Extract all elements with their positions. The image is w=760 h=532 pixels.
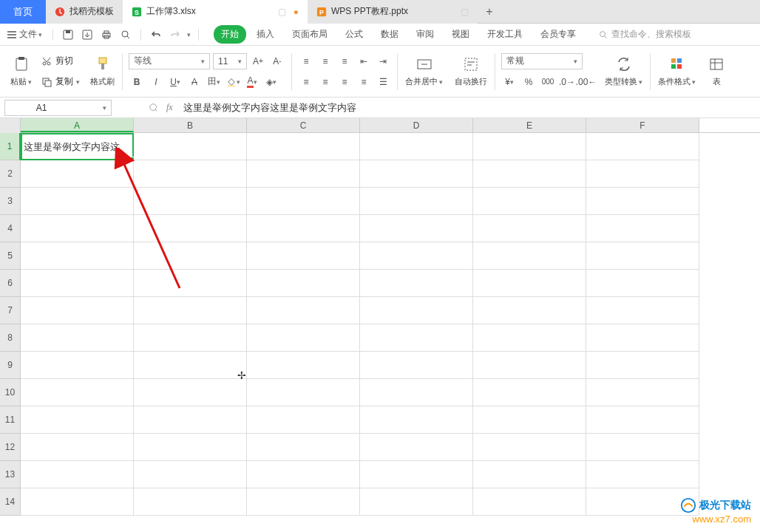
cell[interactable] — [586, 133, 699, 160]
cell[interactable] — [360, 297, 473, 324]
align-middle-button[interactable]: ≡ — [317, 53, 333, 69]
row-header[interactable]: 3 — [0, 188, 21, 215]
cell-A1[interactable]: 这里是举例文字内容这 — [21, 133, 134, 160]
cell[interactable] — [247, 406, 360, 434]
cell[interactable] — [21, 352, 134, 379]
menu-start[interactable]: 开始 — [214, 25, 246, 44]
cell[interactable] — [360, 160, 473, 188]
menu-review[interactable]: 审阅 — [409, 25, 441, 44]
tab-home[interactable]: 首页 — [0, 0, 46, 24]
saveas-button[interactable] — [80, 27, 95, 42]
align-left-button[interactable]: ≡ — [298, 74, 314, 90]
chevron-down-icon[interactable]: ▾ — [28, 78, 32, 86]
cell[interactable] — [473, 406, 586, 434]
tab-templates[interactable]: 找稻壳模板 — [46, 0, 123, 24]
cell[interactable] — [247, 379, 360, 406]
cell[interactable] — [134, 160, 247, 188]
cell[interactable] — [360, 188, 473, 215]
cell[interactable] — [134, 133, 247, 160]
number-format-combo[interactable]: 常规▾ — [501, 53, 583, 69]
cell[interactable] — [586, 434, 699, 461]
cell[interactable] — [247, 461, 360, 488]
cell[interactable] — [21, 242, 134, 270]
cell[interactable] — [21, 160, 134, 188]
row-header[interactable]: 6 — [0, 270, 21, 297]
print-button[interactable] — [99, 27, 114, 42]
cut-label[interactable]: 剪切 — [55, 55, 73, 67]
cell[interactable] — [586, 379, 699, 406]
cell[interactable] — [360, 324, 473, 352]
cell[interactable] — [586, 324, 699, 352]
cell[interactable] — [586, 188, 699, 215]
col-header-B[interactable]: B — [134, 118, 247, 132]
cell[interactable] — [586, 461, 699, 488]
row-header[interactable]: 4 — [0, 215, 21, 242]
cell[interactable] — [247, 270, 360, 297]
italic-button[interactable]: I — [148, 74, 164, 90]
cell[interactable] — [473, 160, 586, 188]
cell[interactable] — [586, 242, 699, 270]
cell[interactable] — [21, 406, 134, 434]
cell[interactable] — [473, 242, 586, 270]
cell[interactable] — [360, 461, 473, 488]
strike-button[interactable]: A — [186, 74, 203, 90]
cell[interactable] — [360, 352, 473, 379]
cell[interactable] — [360, 133, 473, 160]
cell[interactable] — [473, 461, 586, 488]
cell[interactable] — [473, 297, 586, 324]
cell[interactable] — [134, 242, 247, 270]
row-header[interactable]: 5 — [0, 242, 21, 270]
cell[interactable] — [134, 215, 247, 242]
font-size-combo[interactable]: 11▾ — [213, 53, 247, 69]
cell[interactable] — [473, 488, 586, 516]
cell[interactable] — [134, 461, 247, 488]
fmtpainter-label[interactable]: 格式刷 — [90, 76, 115, 87]
cell[interactable] — [134, 434, 247, 461]
fx-icon[interactable]: fx — [166, 102, 173, 113]
row-header[interactable]: 7 — [0, 297, 21, 324]
cell[interactable] — [473, 215, 586, 242]
cell[interactable] — [134, 352, 247, 379]
chevron-down-icon[interactable]: ▾ — [76, 78, 80, 86]
cast-icon-2[interactable]: ▢ — [461, 7, 469, 17]
row-header[interactable]: 12 — [0, 434, 21, 461]
tab-pptdoc[interactable]: P WPS PPT教程.pptx ▢ — [308, 0, 478, 24]
menu-layout[interactable]: 页面布局 — [285, 25, 335, 44]
inc-decimal-button[interactable]: .0→ — [559, 74, 575, 90]
indent-inc-button[interactable]: ⇥ — [375, 53, 391, 69]
cell[interactable] — [247, 488, 360, 516]
row-header[interactable]: 9 — [0, 352, 21, 379]
undo-button[interactable] — [149, 27, 163, 42]
row-header[interactable]: 8 — [0, 324, 21, 352]
cancel-icon[interactable] — [149, 103, 159, 113]
chevron-down-icon[interactable]: ▾ — [187, 31, 191, 38]
effects-button[interactable]: ◈▾ — [263, 74, 279, 90]
align-center-button[interactable]: ≡ — [317, 74, 333, 90]
cell[interactable] — [473, 379, 586, 406]
cell[interactable] — [21, 270, 134, 297]
cell[interactable] — [134, 324, 247, 352]
cell[interactable] — [21, 324, 134, 352]
col-header-F[interactable]: F — [586, 118, 699, 132]
table-group[interactable]: 表 — [702, 49, 731, 95]
cast-icon[interactable]: ▢ — [278, 7, 286, 17]
cell[interactable] — [247, 188, 360, 215]
font-grow-button[interactable]: A+ — [250, 53, 266, 69]
cell[interactable] — [134, 188, 247, 215]
menu-formulas[interactable]: 公式 — [338, 25, 370, 44]
new-tab-button[interactable]: + — [478, 5, 501, 18]
row-header[interactable]: 11 — [0, 406, 21, 434]
scissors-icon[interactable] — [41, 55, 52, 67]
percent-button[interactable]: % — [520, 74, 537, 90]
select-all-corner[interactable] — [0, 118, 21, 133]
save-button[interactable] — [61, 27, 75, 42]
align-right-button[interactable]: ≡ — [336, 74, 353, 90]
cell[interactable] — [21, 434, 134, 461]
redo-button[interactable] — [168, 27, 183, 42]
font-family-combo[interactable]: 等线▾ — [129, 53, 210, 69]
cell[interactable] — [586, 297, 699, 324]
cell[interactable] — [247, 434, 360, 461]
cell[interactable] — [21, 215, 134, 242]
align-top-button[interactable]: ≡ — [298, 53, 314, 69]
row-header[interactable]: 10 — [0, 379, 21, 406]
